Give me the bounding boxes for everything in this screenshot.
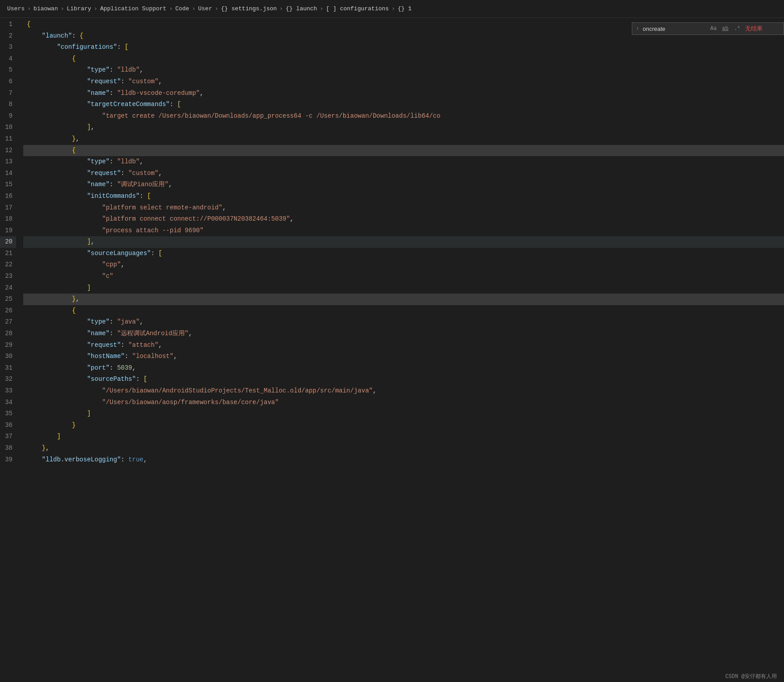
watermark: CSDN @安仔都有人用: [718, 671, 784, 682]
line-num-30: 30: [0, 351, 16, 362]
line-num-17: 17: [0, 202, 16, 214]
watermark-text: CSDN @安仔都有人用: [725, 673, 777, 680]
breadcrumb-library[interactable]: Library: [67, 5, 91, 12]
breadcrumb-code[interactable]: Code: [175, 5, 189, 12]
line-num-2: 2: [0, 30, 16, 42]
line-num-24: 24: [0, 282, 16, 294]
code-line-8: "targetCreateCommands": [: [23, 99, 784, 111]
line-num-18: 18: [0, 213, 16, 225]
line-num-3: 3: [0, 42, 16, 53]
code-line-25: },: [23, 294, 784, 305]
code-line-29: "request": "attach",: [23, 340, 784, 351]
code-line-15: "name": "调试Piano应用",: [23, 179, 784, 191]
code-line-33: "/Users/biaowan/AndroidStudioProjects/Te…: [23, 385, 784, 397]
line-num-15: 15: [0, 179, 16, 191]
code-line-11: },: [23, 133, 784, 145]
line-num-37: 37: [0, 431, 16, 443]
code-line-21: "sourceLanguages": [: [23, 248, 784, 260]
line-num-22: 22: [0, 259, 16, 271]
breadcrumb-launch[interactable]: {} launch: [285, 5, 317, 12]
regex-button[interactable]: .*: [733, 25, 741, 32]
line-num-20: 20: [0, 236, 16, 248]
code-line-10: ],: [23, 122, 784, 133]
line-num-31: 31: [0, 362, 16, 374]
code-line-13: "type": "lldb",: [23, 156, 784, 168]
line-num-8: 8: [0, 99, 16, 111]
search-bar: › Aa ab .* 无结果: [632, 22, 784, 35]
line-num-14: 14: [0, 168, 16, 179]
no-result-label: 无结果: [745, 25, 763, 33]
line-num-28: 28: [0, 328, 16, 340]
line-num-39: 39: [0, 454, 16, 466]
line-num-23: 23: [0, 271, 16, 282]
breadcrumb-users[interactable]: Users: [7, 5, 25, 12]
line-num-32: 32: [0, 374, 16, 385]
code-editor: 1 2 3 4 5 6 7 8 9 10 11 12 13 14 15 16 1…: [0, 18, 784, 466]
code-line-28: "name": "远程调试Android应用",: [23, 328, 784, 340]
code-line-18: "platform connect connect://P000037N2038…: [23, 213, 784, 225]
code-line-5: "type": "lldb",: [23, 64, 784, 76]
code-line-17: "platform select remote-android",: [23, 202, 784, 214]
code-line-4: {: [23, 53, 784, 65]
code-line-7: "name": "lldb-vscode-coredump",: [23, 88, 784, 99]
breadcrumb-biaowan[interactable]: biaowan: [34, 5, 58, 12]
code-line-14: "request": "custom",: [23, 168, 784, 179]
breadcrumb-appsupport[interactable]: Application Support: [100, 5, 166, 12]
line-num-27: 27: [0, 316, 16, 328]
code-content[interactable]: { "launch": { "configurations": [ { "typ…: [23, 18, 784, 466]
code-line-23: "c": [23, 271, 784, 282]
code-line-20: ],: [23, 236, 784, 248]
code-line-37: ]: [23, 431, 784, 443]
breadcrumb-configurations[interactable]: [ ] configurations: [326, 5, 388, 12]
code-line-36: }: [23, 420, 784, 431]
line-num-16: 16: [0, 191, 16, 202]
line-num-38: 38: [0, 443, 16, 454]
line-num-5: 5: [0, 64, 16, 76]
code-line-34: "/Users/biaowan/aosp/frameworks/base/cor…: [23, 397, 784, 409]
line-num-25: 25: [0, 294, 16, 305]
line-num-34: 34: [0, 397, 16, 409]
code-line-16: "initCommands": [: [23, 191, 784, 202]
breadcrumb-1[interactable]: {} 1: [398, 5, 412, 12]
line-num-7: 7: [0, 88, 16, 99]
code-line-35: ]: [23, 408, 784, 420]
line-num-33: 33: [0, 385, 16, 397]
code-line-6: "request": "custom",: [23, 76, 784, 88]
breadcrumb-user[interactable]: User: [198, 5, 212, 12]
code-line-30: "hostName": "localhost",: [23, 351, 784, 362]
code-line-19: "process attach --pid 9690": [23, 225, 784, 237]
code-line-26: {: [23, 305, 784, 317]
search-input[interactable]: [643, 26, 705, 32]
line-num-13: 13: [0, 156, 16, 168]
code-line-31: "port": 5039,: [23, 362, 784, 374]
code-line-38: },: [23, 443, 784, 454]
line-num-35: 35: [0, 408, 16, 420]
line-num-26: 26: [0, 305, 16, 317]
breadcrumb: Users › biaowan › Library › Application …: [0, 0, 784, 18]
line-num-19: 19: [0, 225, 16, 237]
line-numbers: 1 2 3 4 5 6 7 8 9 10 11 12 13 14 15 16 1…: [0, 18, 23, 466]
search-chevron-icon: ›: [636, 26, 639, 32]
line-num-1: 1: [0, 19, 16, 30]
line-num-29: 29: [0, 340, 16, 351]
search-options: Aa ab .*: [709, 25, 741, 32]
code-line-12: {: [23, 145, 784, 157]
code-line-9: "target create /Users/biaowan/Downloads/…: [23, 111, 784, 122]
line-num-11: 11: [0, 133, 16, 145]
code-line-3: "configurations": [: [23, 42, 784, 53]
line-num-36: 36: [0, 420, 16, 431]
code-line-24: ]: [23, 282, 784, 294]
code-line-39: "lldb.verboseLogging": true,: [23, 454, 784, 466]
code-line-32: "sourcePaths": [: [23, 374, 784, 385]
code-line-27: "type": "java",: [23, 316, 784, 328]
case-sensitive-button[interactable]: Aa: [709, 25, 718, 32]
editor-container: Users › biaowan › Library › Application …: [0, 0, 784, 466]
line-num-9: 9: [0, 111, 16, 122]
whole-word-button[interactable]: ab: [721, 25, 730, 32]
code-line-22: "cpp",: [23, 259, 784, 271]
line-num-4: 4: [0, 53, 16, 65]
line-num-6: 6: [0, 76, 16, 88]
breadcrumb-settings[interactable]: {} settings.json: [221, 5, 277, 12]
line-num-12: 12: [0, 145, 16, 157]
line-num-21: 21: [0, 248, 16, 260]
